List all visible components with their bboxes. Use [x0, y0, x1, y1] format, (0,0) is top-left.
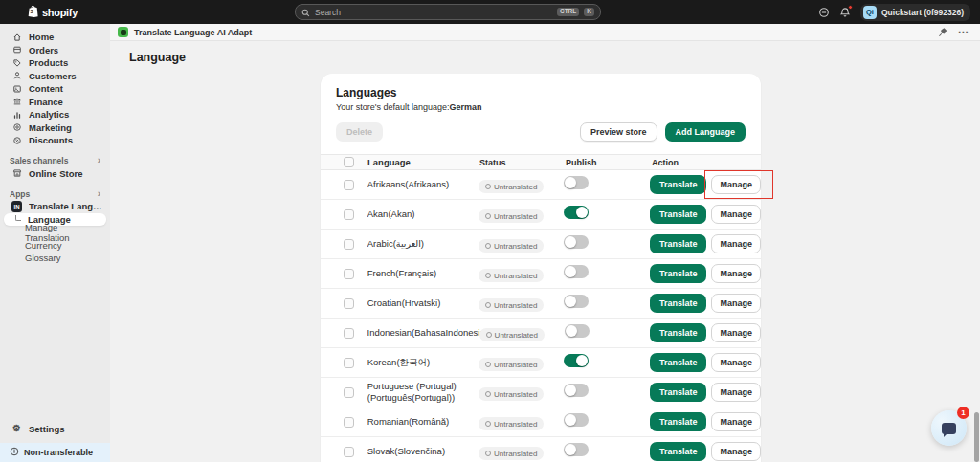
publish-toggle[interactable] — [564, 176, 589, 189]
sidebar-item-discounts[interactable]: Discounts — [0, 134, 110, 147]
sidebar-item-orders[interactable]: Orders — [0, 44, 110, 57]
row-checkbox[interactable] — [344, 387, 354, 398]
column-header-language: Language — [354, 157, 466, 168]
manage-button[interactable]: Manage — [711, 383, 761, 402]
row-checkbox[interactable] — [344, 209, 354, 220]
main-content: Translate Language AI Adapt ⋯ Language L… — [110, 24, 980, 462]
status-badge: Untranslated — [479, 180, 544, 193]
row-checkbox[interactable] — [344, 417, 354, 428]
more-options-icon[interactable]: ⋯ — [958, 27, 969, 37]
notification-dot — [848, 5, 853, 10]
row-checkbox[interactable] — [344, 269, 354, 279]
status-badge-label: Untranslated — [494, 301, 537, 310]
notifications-bell-icon[interactable] — [839, 7, 851, 18]
sidebar-item-analytics[interactable]: Analytics — [0, 108, 110, 121]
translate-button[interactable]: Translate — [650, 175, 707, 194]
manage-wrap: Manage — [711, 412, 761, 431]
translate-button[interactable]: Translate — [650, 442, 707, 461]
user-menu[interactable]: Qi Quickstart (0f992326) — [860, 4, 970, 21]
scrollbar-thumb[interactable] — [974, 412, 979, 462]
search-placeholder: Search — [315, 8, 552, 17]
sidebar-item-customers[interactable]: Customers — [0, 70, 110, 83]
select-all-checkbox[interactable] — [344, 157, 354, 167]
status-ring-icon — [485, 391, 491, 397]
manage-wrap: Manage — [711, 383, 761, 402]
shopify-wordmark: shopify — [42, 7, 78, 18]
chevron-right-icon: › — [98, 189, 100, 199]
pin-icon[interactable] — [938, 24, 948, 41]
chat-widget-button[interactable]: 1 — [931, 410, 967, 446]
publish-toggle[interactable] — [564, 235, 589, 249]
manage-wrap: Manage — [711, 234, 761, 253]
manage-button[interactable]: Manage — [711, 205, 761, 224]
shopify-logo[interactable]: S shopify — [27, 4, 78, 21]
sidebar-item-settings[interactable]: ⚙ Settings — [0, 423, 110, 436]
publish-toggle[interactable] — [564, 295, 589, 308]
translate-button[interactable]: Translate — [650, 205, 707, 224]
translate-button[interactable]: Translate — [650, 383, 707, 402]
sales-channels-header[interactable]: Sales channels › — [0, 155, 110, 167]
preview-store-button[interactable]: Preview store — [580, 122, 657, 142]
manage-button[interactable]: Manage — [711, 442, 761, 461]
translate-button[interactable]: Translate — [650, 264, 707, 283]
manage-button[interactable]: Manage — [711, 294, 761, 313]
publish-toggle[interactable] — [564, 443, 589, 456]
delete-button[interactable]: Delete — [336, 122, 383, 142]
add-language-button[interactable]: Add Language — [665, 122, 746, 142]
status-badge-label: Untranslated — [494, 272, 537, 280]
search-input[interactable]: Search CTRL K — [295, 4, 601, 20]
manage-button[interactable]: Manage — [711, 264, 761, 283]
sidebar-item-finance[interactable]: Finance — [0, 96, 110, 109]
finance-icon — [11, 97, 22, 106]
translate-button[interactable]: Translate — [650, 323, 707, 342]
shortcut-ctrl-key: CTRL — [557, 8, 579, 17]
row-checkbox[interactable] — [344, 328, 354, 339]
publish-toggle[interactable] — [564, 384, 589, 397]
table-row: Portuguese (Portugal) (Português(Portuga… — [321, 378, 761, 407]
sidebar-item-online-store[interactable]: Online Store — [0, 167, 110, 181]
sidebar-item-translate-app[interactable]: IN Translate Language AI Ad... — [0, 200, 110, 213]
manage-button[interactable]: Manage — [711, 175, 761, 194]
manage-button[interactable]: Manage — [711, 412, 761, 431]
publish-toggle[interactable] — [564, 354, 589, 367]
status-badge: Untranslated — [479, 209, 544, 223]
publish-toggle[interactable] — [564, 413, 589, 427]
row-checkbox[interactable] — [344, 358, 354, 368]
sidebar-item-marketing[interactable]: Marketing — [0, 121, 110, 135]
plan-badge[interactable]: Non-transferable — [0, 443, 110, 462]
table-row: Akan(Akan) Untranslated Translate Manage — [321, 200, 761, 230]
activity-icon[interactable] — [818, 7, 830, 18]
apps-header[interactable]: Apps › — [0, 187, 110, 200]
sidebar-item-home[interactable]: Home — [0, 31, 110, 44]
publish-toggle[interactable] — [564, 206, 589, 219]
row-checkbox[interactable] — [344, 180, 354, 190]
manage-button[interactable]: Manage — [711, 323, 761, 342]
sidebar-item-currency[interactable]: Currency — [0, 239, 110, 253]
sidebar-item-products[interactable]: Products — [0, 56, 110, 70]
status-ring-icon — [485, 362, 491, 367]
customers-icon — [11, 71, 22, 80]
manage-wrap: Manage — [711, 353, 761, 372]
table-row: Indonesian(BahasaIndonesia) Untranslated… — [321, 319, 761, 348]
row-checkbox[interactable] — [344, 239, 354, 250]
status-ring-icon — [486, 332, 492, 338]
row-language-label: Afrikaans(Afrikaans) — [354, 179, 465, 190]
sidebar-item-manage-translation[interactable]: Manage Translation — [0, 226, 110, 239]
sidebar-item-glossary[interactable]: Glossary — [0, 252, 110, 265]
row-language-label: French(Français) — [354, 268, 465, 279]
manage-button[interactable]: Manage — [711, 234, 761, 253]
publish-toggle[interactable] — [564, 265, 589, 278]
manage-button[interactable]: Manage — [711, 353, 761, 372]
languages-card: Languages Your store's default language:… — [321, 74, 761, 462]
orders-icon — [11, 45, 22, 55]
row-checkbox[interactable] — [344, 298, 354, 309]
translate-button[interactable]: Translate — [650, 234, 707, 253]
publish-toggle[interactable] — [565, 324, 590, 338]
translate-button[interactable]: Translate — [650, 294, 707, 313]
sidebar-item-content[interactable]: Content — [0, 82, 110, 96]
translate-button[interactable]: Translate — [650, 412, 707, 431]
languages-table: Language Status Publish Action Afrikaans… — [321, 154, 761, 462]
status-badge-label: Untranslated — [494, 450, 537, 458]
translate-button[interactable]: Translate — [650, 353, 707, 372]
row-checkbox[interactable] — [344, 447, 354, 457]
